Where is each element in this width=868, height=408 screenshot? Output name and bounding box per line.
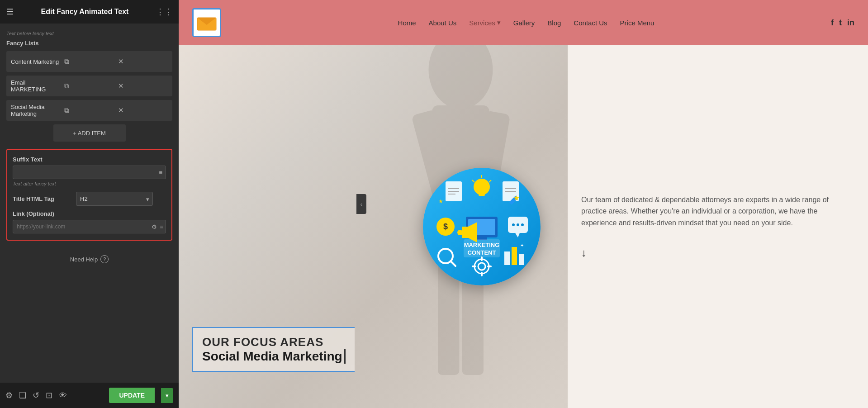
right-panel: ‹ Home About Us Services ▾ Gallery Blog … bbox=[179, 0, 868, 408]
hamburger-icon[interactable]: ☰ bbox=[6, 7, 14, 17]
hero-text-overlay: OUR FOCUS AREAS Social Media Marketing bbox=[192, 327, 355, 372]
nav-services[interactable]: Services ▾ bbox=[469, 19, 501, 27]
left-panel: ☰ Edit Fancy Animated Text ⋮⋮ Text befor… bbox=[0, 0, 179, 408]
svg-point-38 bbox=[478, 263, 485, 270]
marketing-circle: $ MARKETING CONTENT bbox=[423, 168, 541, 285]
nav-price-menu[interactable]: Price Menu bbox=[620, 19, 655, 27]
nav-services-label: Services bbox=[469, 19, 495, 27]
need-help[interactable]: Need Help ? bbox=[6, 248, 172, 267]
suffix-text-input-wrapper: ≡ bbox=[13, 166, 166, 179]
list-icon-link[interactable]: ≡ bbox=[160, 223, 163, 230]
update-button[interactable]: UPDATE bbox=[109, 388, 155, 403]
fancy-item-label: Email MARKETING bbox=[11, 79, 61, 93]
svg-marker-31 bbox=[515, 233, 520, 237]
link-input[interactable] bbox=[13, 220, 166, 233]
list-icon[interactable]: ≡ bbox=[159, 169, 162, 176]
svg-point-37 bbox=[474, 259, 489, 274]
svg-line-17 bbox=[489, 180, 491, 182]
site-header: Home About Us Services ▾ Gallery Blog Co… bbox=[179, 0, 868, 45]
preview-icon[interactable]: 👁 bbox=[59, 391, 67, 400]
title-html-tag-label: Title HTML Tag bbox=[13, 195, 71, 202]
nav-about[interactable]: About Us bbox=[429, 19, 457, 27]
nav-gallery[interactable]: Gallery bbox=[513, 19, 535, 27]
need-help-label: Need Help bbox=[70, 256, 98, 263]
panel-footer: ⚙ ❑ ↺ ⊡ 👁 UPDATE ▾ bbox=[0, 383, 179, 408]
suffix-hint: Text after fancy text bbox=[13, 181, 166, 186]
svg-rect-45 bbox=[519, 254, 524, 265]
collapse-handle[interactable]: ‹ bbox=[356, 194, 366, 214]
hero-section: OUR FOCUS AREAS Social Media Marketing bbox=[179, 45, 568, 408]
text-cursor bbox=[344, 349, 346, 364]
svg-point-32 bbox=[512, 223, 515, 226]
svg-text:★: ★ bbox=[513, 194, 520, 202]
panel-title: Edit Fancy Animated Text bbox=[41, 8, 129, 16]
title-html-tag-select[interactable]: H2 H1 H3 H4 H5 H6 p div span bbox=[76, 192, 153, 206]
nav-services-chevron: ▾ bbox=[497, 19, 501, 27]
social-icons: f t in bbox=[831, 18, 854, 28]
fancy-item-label: Content Marketing bbox=[11, 58, 61, 65]
twitter-icon[interactable]: t bbox=[839, 18, 842, 28]
panel-header: ☰ Edit Fancy Animated Text ⋮⋮ bbox=[0, 0, 179, 24]
site-main: OUR FOCUS AREAS Social Media Marketing bbox=[179, 45, 868, 408]
svg-rect-43 bbox=[504, 251, 510, 265]
svg-rect-14 bbox=[479, 193, 485, 196]
fancy-item-label: Social Media Marketing bbox=[11, 104, 61, 117]
title-html-tag-wrapper: H2 H1 H3 H4 H5 H6 p div span ▾ bbox=[76, 192, 153, 206]
animated-text-value: Social Media Marketing bbox=[202, 349, 342, 364]
fancy-lists-title: Fancy Lists bbox=[6, 40, 172, 47]
help-icon: ? bbox=[100, 255, 109, 263]
hero-animated-text: Social Media Marketing bbox=[202, 349, 346, 364]
add-item-button[interactable]: + ADD ITEM bbox=[53, 124, 126, 142]
hero-focus-label: OUR FOCUS AREAS bbox=[202, 335, 346, 349]
svg-text:CONTENT: CONTENT bbox=[468, 249, 496, 256]
copy-icon[interactable]: ⧉ bbox=[64, 82, 114, 90]
svg-line-36 bbox=[451, 261, 455, 266]
svg-text:$: $ bbox=[443, 222, 448, 231]
remove-icon[interactable]: ✕ bbox=[118, 82, 168, 90]
responsive-icon[interactable]: ⊡ bbox=[46, 390, 52, 400]
history-icon[interactable]: ↺ bbox=[33, 390, 39, 400]
remove-icon[interactable]: ✕ bbox=[118, 57, 168, 66]
link-input-icons: ⚙ ≡ bbox=[152, 223, 163, 230]
copy-icon[interactable]: ⧉ bbox=[64, 106, 114, 114]
copy-icon[interactable]: ⧉ bbox=[64, 57, 114, 66]
svg-text:★: ★ bbox=[438, 198, 443, 204]
nav-blog[interactable]: Blog bbox=[547, 19, 561, 27]
svg-text:MARKETING: MARKETING bbox=[464, 242, 500, 248]
svg-line-16 bbox=[472, 180, 474, 182]
linkedin-icon[interactable]: in bbox=[847, 18, 854, 28]
fancy-list-item: Content Marketing ⧉ ✕ bbox=[6, 51, 172, 72]
site-nav: Home About Us Services ▾ Gallery Blog Co… bbox=[235, 19, 817, 27]
settings-icon[interactable]: ⚙ bbox=[5, 390, 13, 400]
gear-icon[interactable]: ⚙ bbox=[152, 223, 157, 230]
text-before-label: Text before fancy text bbox=[6, 31, 172, 36]
grid-icon[interactable]: ⋮⋮ bbox=[156, 7, 172, 17]
title-tag-row: Title HTML Tag H2 H1 H3 H4 H5 H6 p div s… bbox=[13, 192, 166, 206]
nav-contact[interactable]: Contact Us bbox=[574, 19, 607, 27]
suffix-link-section: Suffix Text ≡ Text after fancy text Titl… bbox=[6, 149, 172, 241]
svg-rect-44 bbox=[512, 247, 517, 265]
svg-point-34 bbox=[521, 223, 524, 226]
fancy-list-item: Social Media Marketing ⧉ ✕ bbox=[6, 100, 172, 121]
svg-point-33 bbox=[517, 223, 519, 226]
suffix-text-label: Suffix Text bbox=[13, 156, 166, 163]
fancy-list-item: Email MARKETING ⧉ ✕ bbox=[6, 76, 172, 96]
remove-icon[interactable]: ✕ bbox=[118, 106, 168, 114]
update-arrow-button[interactable]: ▾ bbox=[161, 388, 173, 403]
svg-point-3 bbox=[429, 45, 493, 109]
site-logo bbox=[192, 8, 221, 37]
link-optional-label: Link (Optional) bbox=[13, 210, 166, 217]
scroll-arrow: ↓ bbox=[581, 247, 854, 259]
svg-text:✦: ✦ bbox=[520, 243, 524, 248]
nav-home[interactable]: Home bbox=[398, 19, 416, 27]
svg-point-13 bbox=[474, 179, 490, 195]
facebook-icon[interactable]: f bbox=[831, 18, 834, 28]
panel-content: Text before fancy text Fancy Lists Conte… bbox=[0, 24, 179, 383]
layers-icon[interactable]: ❑ bbox=[19, 390, 26, 400]
right-text-panel: Our team of dedicated & dependable attor… bbox=[568, 45, 868, 408]
link-input-wrapper: ⚙ ≡ bbox=[13, 220, 166, 233]
marketing-circle-svg: $ MARKETING CONTENT bbox=[423, 168, 541, 285]
svg-point-47 bbox=[457, 230, 463, 235]
attorney-text: Our team of dedicated & dependable attor… bbox=[581, 194, 854, 229]
suffix-text-input[interactable] bbox=[13, 166, 166, 179]
